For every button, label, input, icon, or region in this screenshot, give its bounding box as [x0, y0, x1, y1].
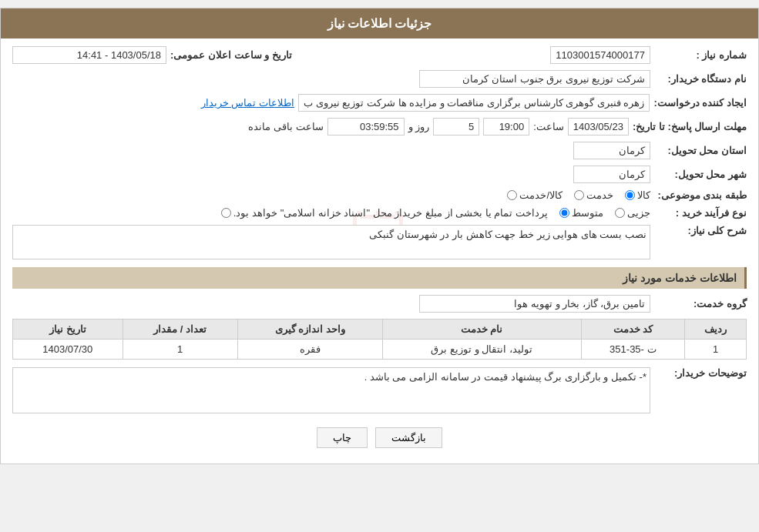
sharh-label: شرح کلی نیاز: [654, 225, 747, 236]
tabaqe-kala-label: کالا [637, 189, 650, 201]
noe-options: جزیی متوسط پرداخت تمام یا بخشی از مبلغ خ… [221, 207, 650, 219]
grooh-label: گروه خدمت: [654, 298, 747, 309]
shomara-row: شماره نیاز : 1103001574000177 تاریخ و سا… [12, 46, 747, 64]
noe-jozi-label: جزیی [627, 207, 650, 219]
sharh-text: نصب بست های هوایی زیر خط جهت کاهش بار در… [369, 229, 646, 240]
shomara-value: 1103001574000177 [550, 46, 650, 64]
sharh-value: نصب بست های هوایی زیر خط جهت کاهش بار در… [12, 225, 650, 259]
cell-tedad: 1 [123, 340, 237, 360]
ostan-label: استان محل تحویل: [654, 145, 747, 156]
ostan-row: استان محل تحویل: کرمان [12, 142, 747, 159]
mohlat-baghimande: 03:59:55 [327, 118, 405, 136]
namdastgah-label: نام دستگاه خریدار: [654, 73, 747, 85]
col-tedad: تعداد / مقدار [123, 320, 237, 340]
ijad-link[interactable]: اطلاعات تماس خریدار [201, 97, 294, 109]
noe-mota: متوسط [559, 207, 603, 219]
page-header: جزئیات اطلاعات نیاز [1, 8, 758, 38]
noe-row: نوع فرآیند خرید : جزیی متوسط پرداخت تمام… [12, 207, 747, 219]
rooz-label: روز و [408, 121, 430, 132]
cell-kod: ت -35-351 [581, 340, 685, 360]
col-kod: کد خدمت [581, 320, 685, 340]
page-title: جزئیات اطلاعات نیاز [327, 17, 432, 30]
grooh-row: گروه خدمت: تامین برق، گاز، بخار و تهویه … [12, 295, 747, 313]
tabaqe-option-kala: کالا [625, 189, 650, 201]
table-header-row: ردیف کد خدمت نام خدمت واحد اندازه گیری ت… [13, 320, 747, 340]
mohlat-rooz: 5 [433, 118, 479, 136]
saat-label: ساعت: [533, 121, 564, 132]
main-container: 🛡 جزئیات اطلاعات نیاز شماره نیاز : 11030… [0, 8, 759, 464]
shahr-value: کرمان [573, 166, 650, 183]
tabaqe-kalaKhedmat-label: کالا/خدمت [519, 189, 563, 201]
mohlat-date: 1403/05/23 [568, 118, 629, 136]
table-row: 1 ت -35-351 تولید، انتقال و توزیع برق فق… [13, 340, 747, 360]
col-radif: ردیف [685, 320, 747, 340]
col-vahed: واحد اندازه گیری [237, 320, 382, 340]
noe-pardakht: پرداخت تمام یا بخشی از مبلغ خریداز محل "… [221, 207, 548, 219]
grooh-value: تامین برق، گاز، بخار و تهویه هوا [419, 295, 650, 313]
namdastgah-row: نام دستگاه خریدار: شرکت توزیع نیروی برق … [12, 70, 747, 88]
ijad-value: زهره فنبری گوهری کارشناس برگزاری مناقصات… [298, 94, 650, 112]
cell-radif: 1 [685, 340, 747, 360]
noe-jozi: جزیی [615, 207, 650, 219]
cell-nam: تولید، انتقال و توزیع برق [382, 340, 581, 360]
tosihaat-label: توضیحات خریدار: [654, 367, 747, 379]
shomara-label: شماره نیاز : [654, 49, 747, 61]
mohlat-saat: 19:00 [483, 118, 529, 136]
ijad-row: ایجاد کننده درخواست: زهره فنبری گوهری کا… [12, 94, 747, 112]
tabaqe-kalaKhedmat-radio[interactable] [507, 190, 517, 200]
mohlat-row: مهلت ارسال پاسخ: تا تاریخ: 1403/05/23 سا… [12, 118, 747, 136]
tabaqe-label: طبقه بندی موضوعی: [654, 189, 747, 201]
noe-pardakht-label: پرداخت تمام یا بخشی از مبلغ خریداز محل "… [233, 207, 548, 219]
noe-mota-radio[interactable] [559, 208, 569, 218]
noe-mota-label: متوسط [572, 207, 603, 219]
tabaqe-option-khedmat: خدمت [574, 189, 613, 201]
tabaqe-khedmat-label: خدمت [586, 189, 613, 201]
noe-label: نوع فرآیند خرید : [654, 207, 747, 219]
back-button[interactable]: بازگشت [375, 427, 442, 448]
ijad-label: ایجاد کننده درخواست: [653, 97, 747, 109]
button-row: بازگشت چاپ [12, 420, 747, 456]
noe-pardakht-radio[interactable] [221, 208, 231, 218]
ostan-value: کرمان [573, 142, 650, 159]
cell-vahed: فقره [237, 340, 382, 360]
sharh-row: شرح کلی نیاز: نصب بست های هوایی زیر خط ج… [12, 225, 747, 259]
tabaqe-row: طبقه بندی موضوعی: کالا خدمت کالا/خدمت [12, 189, 747, 201]
print-button[interactable]: چاپ [317, 427, 368, 448]
section2-title: اطلاعات خدمات مورد نیاز [623, 272, 737, 284]
services-table: ردیف کد خدمت نام خدمت واحد اندازه گیری ت… [12, 319, 747, 360]
shahr-row: شهر محل تحویل: کرمان [12, 166, 747, 183]
section2-header: اطلاعات خدمات مورد نیاز [12, 267, 747, 289]
tosihaat-box: *- تکمیل و بارگزاری برگ پیشنهاد قیمت در … [12, 367, 650, 413]
mohlat-label: مهلت ارسال پاسخ: تا تاریخ: [633, 121, 747, 132]
tosihaat-value: *- تکمیل و بارگزاری برگ پیشنهاد قیمت در … [364, 371, 646, 383]
tarikh-label: تاریخ و ساعت اعلان عمومی: [170, 49, 292, 61]
baghimande-label: ساعت باقی مانده [248, 121, 323, 132]
tabaqe-options: کالا خدمت کالا/خدمت [507, 189, 650, 201]
noe-jozi-radio[interactable] [615, 208, 625, 218]
col-nam: نام خدمت [382, 320, 581, 340]
col-tarikh: تاریخ نیاز [13, 320, 123, 340]
shahr-label: شهر محل تحویل: [654, 169, 747, 180]
tosihaat-row: توضیحات خریدار: *- تکمیل و بارگزاری برگ … [12, 367, 747, 413]
tarikh-value: 1403/05/18 - 14:41 [12, 46, 166, 64]
tabaqe-option-kalaKhedmat: کالا/خدمت [507, 189, 563, 201]
tabaqe-kala-radio[interactable] [625, 190, 635, 200]
cell-tarikh: 1403/07/30 [13, 340, 123, 360]
tabaqe-khedmat-radio[interactable] [574, 190, 584, 200]
namdastgah-value: شرکت توزیع نیروی برق جنوب استان کرمان [419, 70, 650, 88]
